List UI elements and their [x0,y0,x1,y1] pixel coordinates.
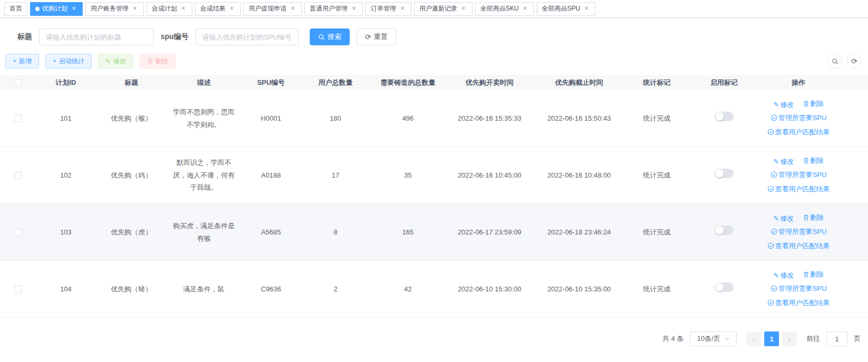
header-user-count: 用户总数量 [301,76,370,89]
pagination-bar: 共 4 条 10条/页 ‹ 1 › 前往 页 [0,318,868,346]
cell-operations: ✎修改 删除 管理所需要SPU 查看用户匹配结果 [760,154,868,197]
cell-title: 优先购（鸡） [96,169,167,181]
row-delete-link[interactable]: 删除 [803,211,824,224]
row-checkbox[interactable] [14,229,22,236]
table-row: 104 优先购（猪） 满足条件，鼠 C9636 2 42 2022-06-10 … [0,261,868,318]
title-field-label: 标题 [17,32,32,42]
row-edit-link[interactable]: ✎修改 [773,98,794,111]
spu-search-input[interactable] [195,28,299,45]
edit-button-disabled[interactable]: ✎ 修改 [98,54,133,69]
circle-check-icon [767,299,774,306]
row-manage-spu-link[interactable]: 管理所需要SPU [771,111,827,124]
trash-icon [803,271,809,278]
row-edit-link[interactable]: ✎修改 [773,212,794,225]
circle-check-icon [771,285,777,292]
plus-icon: + [53,57,56,65]
edit-icon: ✎ [773,98,779,111]
tab-order-mgmt[interactable]: 订单管理× [366,2,411,16]
row-delete-link[interactable]: 删除 [803,268,824,281]
row-delete-link[interactable]: 删除 [803,97,824,110]
row-delete-link[interactable]: 删除 [803,154,824,167]
row-edit-link[interactable]: ✎修改 [773,269,794,282]
next-page-button[interactable]: › [782,331,797,346]
edit-icon: ✎ [773,269,779,282]
select-all-checkbox[interactable] [14,79,22,86]
goto-page-input[interactable] [826,331,847,346]
header-start-time: 优先购开卖时间 [446,76,533,89]
close-icon[interactable]: × [70,5,77,13]
row-view-match-link[interactable]: 查看用户匹配结果 [767,239,830,252]
cell-desc: 购买虎，满足条件是有猴 [167,220,241,244]
edit-button-label: 修改 [113,57,126,66]
refresh-table-button[interactable]: ⟳ [847,54,862,69]
row-checkbox[interactable] [14,172,22,179]
cell-spu: H0001 [241,112,301,124]
tab-invite-records[interactable]: 用户邀新记录× [414,2,472,16]
page-number-button[interactable]: 1 [764,331,779,346]
close-icon[interactable]: × [399,5,406,13]
enable-toggle[interactable] [715,282,734,292]
trash-icon [803,214,809,221]
row-manage-spu-link[interactable]: 管理所需要SPU [771,282,827,295]
row-checkbox[interactable] [14,286,22,293]
cell-stat-flag: 统计完成 [625,283,688,295]
tab-label: 首页 [9,4,22,13]
cell-user-count: 2 [301,283,370,295]
tab-label: 用户邀新记录 [419,4,457,13]
trash-icon [147,58,153,64]
delete-button-disabled[interactable]: 删除 [140,54,175,69]
close-icon[interactable]: × [180,5,187,13]
tab-all-spu[interactable]: 全部商品SPU× [537,2,596,16]
cell-mint-count: 165 [370,226,446,238]
tab-home[interactable]: 首页 [4,2,27,16]
tab-user-account-mgmt[interactable]: 用户账务管理× [85,2,144,16]
enable-toggle[interactable] [715,169,734,178]
start-stats-button[interactable]: + 启动统计 [45,54,92,69]
page-size-select[interactable]: 10条/页 [690,331,737,346]
add-button[interactable]: + 新增 [5,54,39,69]
title-search-input[interactable] [39,28,154,45]
cell-mint-count: 42 [370,283,446,295]
tab-label: 用户账务管理 [91,4,129,13]
close-icon[interactable]: × [460,5,467,13]
row-manage-spu-link[interactable]: 管理所需要SPU [771,168,827,181]
close-icon[interactable]: × [228,5,235,13]
close-icon[interactable]: × [350,5,358,13]
tab-synth-plan[interactable]: 合成计划× [146,2,192,16]
app-window: 首页 优购计划× 用户账务管理× 合成计划× 合成结果× 用户提现申请× 普通用… [0,0,868,362]
cell-start-time: 2022-06-16 15:35:33 [446,112,533,124]
tab-label: 全部商品SKU [480,4,519,13]
reset-button-label: 重置 [374,32,388,42]
enable-toggle[interactable] [715,226,734,235]
header-plan-id: 计划ID [36,76,96,89]
row-edit-link[interactable]: ✎修改 [773,155,794,168]
search-icon [318,34,325,41]
tab-priority-plan[interactable]: 优购计划× [30,2,83,16]
tab-normal-user-mgmt[interactable]: 普通用户管理× [304,2,363,16]
tab-all-sku[interactable]: 全部商品SKU× [475,2,534,16]
tab-synth-result[interactable]: 合成结果× [195,2,241,16]
search-button[interactable]: 搜索 [310,28,350,45]
search-button-label: 搜索 [328,32,341,42]
row-checkbox[interactable] [14,115,22,122]
row-view-match-link[interactable]: 查看用户匹配结果 [767,125,830,139]
prev-page-button[interactable]: ‹ [746,331,761,346]
close-icon[interactable]: × [289,5,297,13]
cell-mint-count: 496 [370,112,446,124]
circle-check-icon [771,114,777,121]
row-view-match-link[interactable]: 查看用户匹配结果 [767,182,830,195]
close-icon[interactable]: × [521,5,529,13]
reset-button[interactable]: ⟳ 重置 [357,28,396,45]
cell-stat-flag: 统计完成 [625,169,688,181]
tab-withdraw-apply[interactable]: 用户提现申请× [243,2,302,16]
close-icon[interactable]: × [583,5,590,13]
header-title: 标题 [96,76,167,89]
enable-toggle[interactable] [715,112,734,121]
data-table: 计划ID 标题 描述 SPU编号 用户总数量 需要铸造的总数量 优先购开卖时间 … [0,75,868,318]
row-view-match-link[interactable]: 查看用户匹配结果 [767,296,830,309]
toggle-search-button[interactable] [827,54,842,69]
row-manage-spu-link[interactable]: 管理所需要SPU [771,225,827,238]
cell-stat-flag: 统计完成 [625,112,688,124]
table-row: 103 优先购（虎） 购买虎，满足条件是有猴 A5685 8 165 2022-… [0,204,868,261]
close-icon[interactable]: × [131,5,139,13]
